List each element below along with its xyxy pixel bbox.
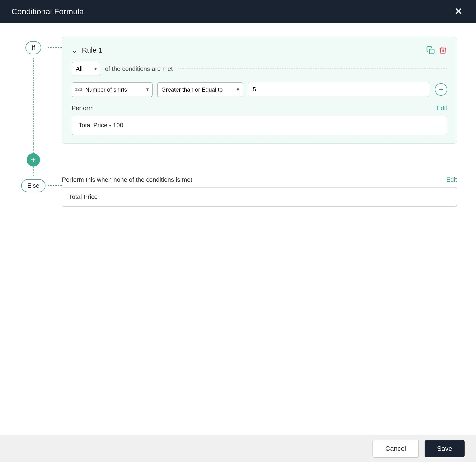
operator-select-wrapper: Greater than or Equal to Equal to Less t… <box>157 82 243 97</box>
else-box: Total Price <box>62 187 457 207</box>
perform-edit-link[interactable]: Edit <box>436 104 447 112</box>
conditions-header: All Any of the conditions are met <box>72 62 447 76</box>
operator-select[interactable]: Greater than or Equal to Equal to Less t… <box>157 82 243 97</box>
v-line-add-top <box>33 144 34 153</box>
add-condition-button[interactable]: + <box>435 83 447 96</box>
v-line-add-bottom <box>33 167 34 176</box>
modal-footer: Cancel Save <box>0 435 476 462</box>
copy-rule-button[interactable] <box>426 46 435 54</box>
if-badge: If <box>26 41 41 54</box>
all-select-wrapper: All Any <box>72 62 100 76</box>
perform-label: Perform <box>72 104 94 112</box>
close-icon: ✕ <box>454 6 463 17</box>
field-select[interactable]: Number of shirts <box>72 82 153 97</box>
conditions-text: of the conditions are met <box>105 65 173 73</box>
cancel-button[interactable]: Cancel <box>373 440 419 458</box>
delete-rule-button[interactable] <box>439 46 447 54</box>
perform-value: Total Price - 100 <box>78 122 123 129</box>
perform-box: Total Price - 100 <box>72 116 447 135</box>
rule-card-col: ⌄ Rule 1 <box>62 37 457 144</box>
else-value: Total Price <box>69 193 98 200</box>
all-select[interactable]: All Any <box>72 62 100 76</box>
else-left-col: Else <box>19 176 48 195</box>
v-line-if <box>33 58 34 144</box>
perform-header: Perform Edit <box>72 104 447 112</box>
dashed-separator <box>178 68 447 69</box>
add-rule-icon: + <box>31 155 36 165</box>
rule-header-right <box>426 46 447 54</box>
save-button[interactable]: Save <box>425 440 465 457</box>
rule-card: ⌄ Rule 1 <box>62 37 457 144</box>
if-row: If ⌄ Rule 1 <box>19 37 457 144</box>
rule-title: Rule 1 <box>82 46 102 54</box>
else-edit-link[interactable]: Edit <box>446 176 457 184</box>
add-condition-icon: + <box>439 85 443 94</box>
h-connector-if <box>48 37 62 144</box>
field-select-wrapper: 123 Number of shirts <box>72 82 153 97</box>
add-rule-button[interactable]: + <box>27 153 40 167</box>
if-left-col: If <box>19 37 48 144</box>
modal-title: Conditional Formula <box>11 7 84 16</box>
modal-body: If ⌄ Rule 1 <box>0 23 476 435</box>
rule-header: ⌄ Rule 1 <box>72 46 447 54</box>
modal-header: Conditional Formula ✕ <box>0 0 476 23</box>
else-badge: Else <box>21 179 46 192</box>
close-button[interactable]: ✕ <box>452 5 465 18</box>
chevron-down-icon[interactable]: ⌄ <box>72 46 77 54</box>
else-perform-text: Perform this when none of the conditions… <box>62 176 192 184</box>
add-rule-left-col: + <box>19 144 48 176</box>
rule-header-left: ⌄ Rule 1 <box>72 46 102 54</box>
add-rule-row: + <box>19 144 457 176</box>
svg-rect-0 <box>430 49 434 54</box>
else-row: Else Perform this when none of the condi… <box>19 176 457 207</box>
else-content: Perform this when none of the conditions… <box>62 176 457 207</box>
condition-value-input[interactable] <box>248 82 430 97</box>
else-perform-header: Perform this when none of the conditions… <box>62 176 457 184</box>
modal: Conditional Formula ✕ If <box>0 0 476 462</box>
h-line-if <box>48 47 62 48</box>
condition-row: 123 Number of shirts Greater than or Equ… <box>72 82 447 97</box>
h-connector-else <box>48 176 62 195</box>
h-line-else <box>48 185 62 186</box>
